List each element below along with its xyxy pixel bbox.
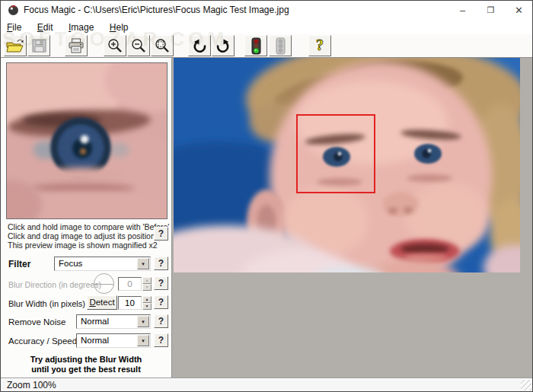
floppy-disk-icon: [32, 39, 46, 53]
menu-image[interactable]: Image: [62, 21, 100, 33]
chevron-down-icon[interactable]: ▼: [137, 258, 149, 269]
zoom-fit-button[interactable]: [151, 35, 174, 56]
main-photo[interactable]: [174, 58, 520, 272]
filter-dropdown[interactable]: Focus ▼: [54, 257, 151, 271]
blur-width-help-button[interactable]: ?: [154, 295, 168, 309]
redo-arrow-icon: [215, 39, 231, 53]
undo-arrow-icon: [192, 39, 207, 53]
title-bar[interactable]: Focus Magic - C:\Users\Eric\Pictures\Foc…: [1, 1, 532, 20]
instruction-line: This preview image is shown magnified x2: [8, 241, 158, 250]
spin-up-icon[interactable]: ▲: [142, 277, 152, 284]
app-logo-icon: [8, 5, 19, 16]
maximize-button[interactable]: ❐: [477, 1, 504, 20]
blur-direction-label: Blur Direction (in degrees): [8, 280, 101, 289]
magnifier-plus-icon: [107, 38, 123, 53]
instruction-line: Click and drag image to adjust its posit…: [8, 231, 155, 241]
remove-noise-label: Remove Noise: [8, 317, 65, 327]
filter-help-button[interactable]: ?: [154, 257, 168, 270]
menu-file[interactable]: File: [1, 21, 27, 33]
blur-width-field[interactable]: 10: [118, 296, 142, 310]
blur-direction-field[interactable]: 0: [118, 277, 142, 291]
window-title: Focus Magic - C:\Users\Eric\Pictures\Foc…: [24, 1, 289, 20]
dial-line: [94, 284, 113, 285]
filter-label: Filter: [8, 259, 30, 269]
hint-line-1: Try adjusting the Blur Width: [1, 355, 171, 365]
svg-text:?: ?: [316, 37, 324, 53]
resize-grip[interactable]: [521, 380, 531, 390]
blur-direction-help-button[interactable]: ?: [154, 276, 168, 290]
control-panel: Click and hold image to compare with 'Be…: [1, 58, 172, 379]
hint-line-2: until you get the best result: [1, 365, 171, 374]
process-button[interactable]: [244, 35, 267, 56]
zoom-in-button[interactable]: [104, 35, 126, 56]
open-folder-icon: [6, 39, 24, 53]
preview-help-button[interactable]: ?: [154, 227, 168, 241]
menu-bar: File Edit Image Help: [1, 20, 532, 34]
traffic-light-gray-icon: [275, 37, 286, 55]
save-button[interactable]: [27, 35, 50, 56]
magnifier-fit-icon: [155, 38, 170, 53]
filter-value: Focus: [59, 259, 82, 268]
remove-noise-value: Normal: [81, 317, 109, 326]
preview-image[interactable]: [6, 62, 168, 219]
spin-down-icon[interactable]: ▼: [142, 284, 152, 291]
menu-help[interactable]: Help: [104, 21, 135, 33]
selection-rectangle[interactable]: [296, 114, 375, 193]
blur-direction-stepper[interactable]: ▲ ▼: [142, 277, 152, 291]
chevron-down-icon[interactable]: ▼: [137, 335, 149, 346]
zoom-out-button[interactable]: [127, 35, 150, 56]
open-button[interactable]: [4, 35, 27, 56]
print-button[interactable]: [65, 35, 88, 56]
menu-edit[interactable]: Edit: [31, 21, 59, 33]
spin-up-icon[interactable]: ▲: [142, 296, 152, 303]
redo-button[interactable]: [212, 35, 235, 56]
image-canvas: [172, 58, 533, 379]
blur-width-label: Blur Width (in pixels): [8, 299, 85, 308]
detect-button[interactable]: Detect: [87, 295, 117, 310]
blur-width-stepper[interactable]: ▲ ▼: [142, 296, 152, 310]
traffic-light-icon: [251, 37, 262, 55]
focus-magic-window: Focus Magic - C:\Users\Eric\Pictures\Foc…: [0, 0, 533, 392]
zoom-status: Zoom 100%: [7, 380, 56, 390]
magnifier-minus-icon: [131, 38, 146, 53]
spin-down-icon[interactable]: ▼: [142, 303, 152, 310]
chevron-down-icon[interactable]: ▼: [137, 316, 149, 327]
hint-text: Try adjusting the Blur Width until you g…: [1, 355, 171, 374]
status-bar: Zoom 100%: [1, 378, 532, 391]
help-button[interactable]: ?: [308, 35, 331, 56]
remove-noise-help-button[interactable]: ?: [154, 314, 168, 328]
printer-icon: [68, 38, 85, 53]
accuracy-speed-dropdown[interactable]: Normal ▼: [76, 333, 151, 348]
question-mark-icon: ?: [313, 37, 327, 54]
accuracy-speed-value: Normal: [81, 336, 109, 345]
instruction-line: Click and hold image to compare with 'Be…: [8, 222, 169, 231]
undo-button[interactable]: [188, 35, 211, 56]
process-disabled-button[interactable]: [269, 35, 292, 56]
accuracy-speed-help-button[interactable]: ?: [154, 333, 168, 347]
minimize-button[interactable]: –: [449, 1, 476, 20]
accuracy-speed-label: Accuracy / Speed: [8, 336, 77, 346]
blur-direction-dial[interactable]: [94, 273, 114, 294]
toolbar: ?: [1, 34, 532, 58]
remove-noise-dropdown[interactable]: Normal ▼: [76, 314, 151, 329]
close-button[interactable]: ✕: [506, 1, 532, 20]
